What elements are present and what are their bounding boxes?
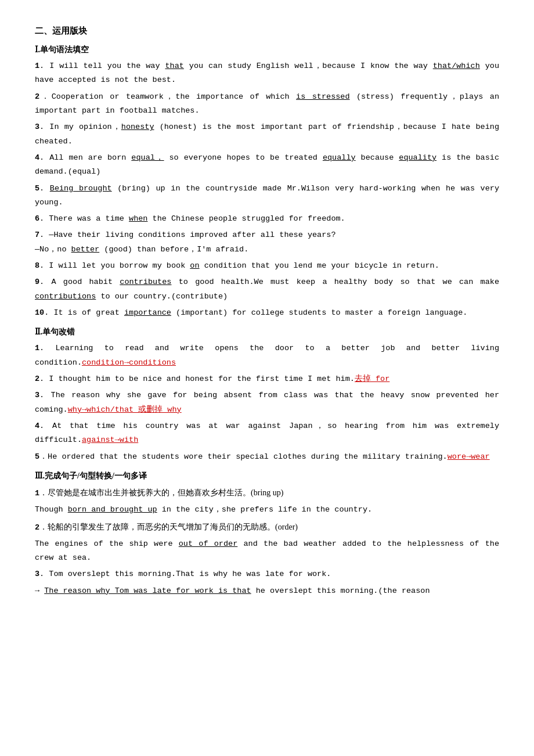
- answer: that: [165, 62, 183, 70]
- list-item: 1. I will tell you the way that you can …: [35, 59, 499, 88]
- answer: when: [129, 214, 147, 223]
- list-item: 7. —Have their living conditions improve…: [35, 228, 499, 257]
- item-num: 6: [35, 214, 39, 223]
- list-item: 1. Learning to read and write opens the …: [35, 341, 499, 370]
- list-item: 5. Being brought (bring) up in the count…: [35, 182, 499, 210]
- correction: why→which/that 或删掉 why: [68, 405, 182, 414]
- item-num: 2: [35, 523, 39, 532]
- correction: condition→conditions: [82, 358, 176, 367]
- answer: that/which: [433, 62, 480, 70]
- list-item: Though born and brought up in the city，s…: [35, 503, 499, 517]
- item-num: 5: [35, 184, 39, 193]
- item-num: 3: [35, 570, 39, 578]
- answer: contributes: [120, 278, 171, 286]
- item-num: 8: [35, 261, 39, 270]
- part3-title: Ⅲ.完成句子/句型转换/一句多译: [35, 469, 499, 483]
- item-num: 9: [35, 278, 39, 286]
- list-item: 2．Cooperation or teamwork，the importance…: [35, 90, 499, 118]
- list-item: 4. All men are born equal， so everyone h…: [35, 151, 499, 179]
- item-num: 4: [35, 422, 39, 430]
- answer: contributions: [35, 292, 96, 301]
- list-item: 2. I thought him to be nice and honest f…: [35, 372, 499, 386]
- item-num: 1: [35, 489, 39, 498]
- item-num: 3: [35, 391, 39, 399]
- answer: equally: [323, 153, 356, 162]
- list-item: → The reason why Tom was late for work i…: [35, 584, 499, 598]
- answer: equal，: [131, 153, 164, 162]
- list-item: 10. It is of great importance (important…: [35, 306, 499, 320]
- answer: out of order: [179, 539, 238, 548]
- list-item: 1．尽管她是在城市出生并被抚养大的，但她喜欢乡村生活。(bring up): [35, 485, 499, 501]
- answer: on: [190, 261, 199, 270]
- correction: wore→wear: [448, 452, 490, 461]
- list-item: The engines of the ship were out of orde…: [35, 537, 499, 566]
- list-item: 3. Tom overslept this morning.That is wh…: [35, 567, 499, 581]
- item-num: 2: [35, 92, 39, 101]
- item-num: 4: [35, 153, 39, 162]
- list-item: 6. There was a time when the Chinese peo…: [35, 212, 499, 226]
- item-num: 1: [35, 62, 39, 70]
- answer: better: [71, 245, 100, 254]
- item-num: 1: [35, 344, 39, 352]
- list-item: 9. A good habit contributes to good heal…: [35, 275, 499, 304]
- correction: 去掉 for: [355, 375, 389, 383]
- list-item: 3. The reason why she gave for being abs…: [35, 388, 499, 417]
- answer: Being brought: [50, 184, 112, 193]
- answer: The reason why Tom was late for work is …: [44, 586, 251, 595]
- list-item: 3. In my opinion，honesty (honest) is the…: [35, 120, 499, 149]
- part3-block: Ⅲ.完成句子/句型转换/一句多译 1．尽管她是在城市出生并被抚养大的，但她喜欢乡…: [35, 469, 499, 598]
- correction: against→with: [82, 435, 138, 444]
- answer: importance: [124, 308, 171, 317]
- main-title: 二、运用版块: [35, 23, 499, 39]
- list-item: 4. At that time his country was at war a…: [35, 419, 499, 448]
- part1-block: Ⅰ.单句语法填空 1. I will tell you the way that…: [35, 42, 499, 320]
- answer: born and brought up: [68, 505, 157, 514]
- part2-block: Ⅱ.单句改错 1. Learning to read and write ope…: [35, 325, 499, 464]
- item-num: 10: [35, 308, 44, 317]
- list-item: 5．He ordered that the students wore thei…: [35, 450, 499, 464]
- answer: is stressed: [296, 92, 349, 101]
- part1-title: Ⅰ.单句语法填空: [35, 42, 499, 57]
- list-item: 2．轮船的引擎发生了故障，而恶劣的天气增加了海员们的无助感。(order): [35, 520, 499, 535]
- item-num: 5: [35, 452, 39, 461]
- list-item: 8. I will let you borrow my book on cond…: [35, 259, 499, 273]
- answer: equality: [399, 153, 436, 162]
- part2-title: Ⅱ.单句改错: [35, 325, 499, 339]
- item-num: 3: [35, 123, 39, 131]
- answer: honesty: [121, 123, 154, 131]
- page-container: 二、运用版块 Ⅰ.单句语法填空 1. I will tell you the w…: [35, 23, 499, 598]
- item-num: 7: [35, 231, 39, 239]
- item-num: 2: [35, 375, 39, 383]
